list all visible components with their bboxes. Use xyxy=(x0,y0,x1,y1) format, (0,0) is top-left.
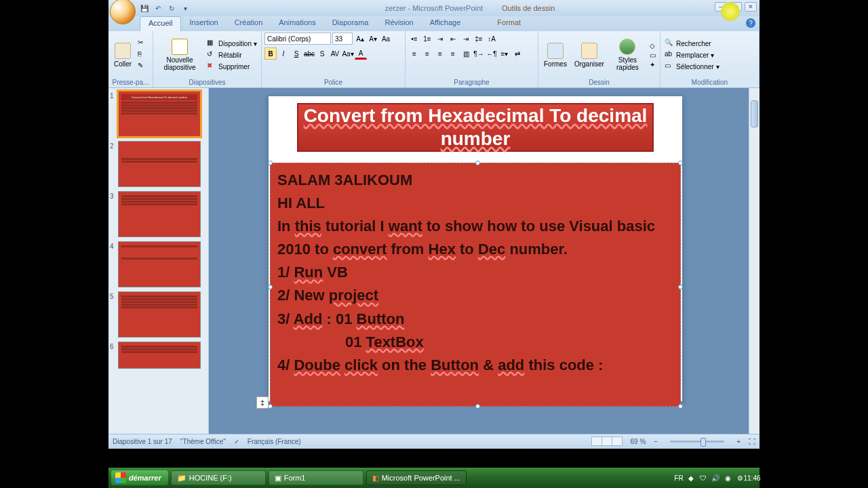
close-button[interactable]: ✕ xyxy=(745,2,757,12)
tray-clock[interactable]: 11:46 xyxy=(747,473,757,483)
shapes-button[interactable]: Formes xyxy=(541,41,570,69)
scroll-thumb[interactable] xyxy=(751,100,758,127)
numbering-button[interactable]: 1≡ xyxy=(421,33,433,45)
tab-affichage[interactable]: Affichage xyxy=(422,16,469,31)
help-icon[interactable]: ? xyxy=(746,18,755,28)
reset-button[interactable]: ↺Rétablir xyxy=(205,49,258,60)
shape-fill-button[interactable]: ◇ xyxy=(648,41,657,50)
grow-font-button[interactable]: A▴ xyxy=(354,33,366,45)
tab-accueil[interactable]: Accueil xyxy=(140,16,181,31)
line-spacing-button[interactable]: ‡≡ xyxy=(473,33,485,45)
qat-dropdown-icon[interactable]: ▾ xyxy=(180,3,190,13)
slide-editor[interactable]: Convert from Hexadecimal To decimal numb… xyxy=(209,88,760,434)
text-direction-button[interactable]: ↕A xyxy=(486,33,498,45)
tray-icon[interactable]: 🛡 xyxy=(698,473,708,483)
shrink-font-button[interactable]: A▾ xyxy=(367,33,379,45)
zoom-out-button[interactable]: − xyxy=(654,438,658,445)
normal-view-button[interactable] xyxy=(591,436,602,446)
taskbar-item-powerpoint[interactable]: ◧Microsoft PowerPoint ... xyxy=(366,470,467,485)
tab-creation[interactable]: Création xyxy=(226,16,271,31)
new-slide-button[interactable]: Nouvelle diapositive xyxy=(156,37,203,73)
taskbar-item-form1[interactable]: ▣Form1 xyxy=(269,470,363,485)
clear-format-button[interactable]: Aa xyxy=(380,33,392,45)
spellcheck-icon[interactable]: ✓ xyxy=(234,438,239,445)
font-color-button[interactable]: A xyxy=(355,47,367,60)
shadow-button[interactable]: S xyxy=(316,47,328,60)
slide-canvas[interactable]: Convert from Hexadecimal To decimal numb… xyxy=(269,96,682,401)
layout-button[interactable]: ▦Disposition▾ xyxy=(205,38,258,49)
slide-thumb-2[interactable] xyxy=(118,141,201,187)
increase-indent-button[interactable]: ⇥ xyxy=(460,33,472,45)
rtl-button[interactable]: ←¶ xyxy=(486,47,498,60)
selection-handle[interactable] xyxy=(678,285,683,289)
selection-handle[interactable] xyxy=(268,404,273,409)
slide-thumb-5[interactable] xyxy=(118,291,201,338)
align-center-button[interactable]: ≡ xyxy=(421,47,433,60)
arrange-button[interactable]: Organiser xyxy=(572,41,607,69)
paste-button[interactable]: Coller xyxy=(111,41,134,69)
selection-handle[interactable] xyxy=(475,404,480,409)
char-spacing-button[interactable]: AV xyxy=(329,47,341,60)
align-left-button[interactable]: ≡ xyxy=(408,47,420,60)
columns-button[interactable]: ▥ xyxy=(460,47,472,60)
content-placeholder[interactable]: SALAM 3ALIKOUM HI ALL In this tutorial I… xyxy=(270,163,681,407)
shape-outline-button[interactable]: ▭ xyxy=(648,51,657,60)
slide-thumb-6[interactable] xyxy=(118,342,201,369)
autofit-options-button[interactable]: ‡ xyxy=(256,396,269,409)
zoom-level[interactable]: 69 % xyxy=(631,438,646,445)
tab-revision[interactable]: Révision xyxy=(376,16,421,31)
sorter-view-button[interactable] xyxy=(601,436,612,446)
align-right-button[interactable]: ≡ xyxy=(434,47,446,60)
selection-handle[interactable] xyxy=(268,161,273,165)
start-button[interactable]: démarrer xyxy=(111,470,168,485)
italic-button[interactable]: I xyxy=(277,47,290,60)
shape-effects-button[interactable]: ✦ xyxy=(648,60,657,69)
copy-button[interactable]: ⎘ xyxy=(136,49,149,60)
maximize-button[interactable]: ▭ xyxy=(730,2,742,12)
redo-icon[interactable]: ↻ xyxy=(167,3,176,13)
list-level-button[interactable]: ⇥ xyxy=(434,33,446,45)
selection-handle[interactable] xyxy=(475,161,480,165)
language-status[interactable]: Français (France) xyxy=(248,438,301,445)
fit-window-button[interactable]: ⛶ xyxy=(749,438,755,445)
slide-thumb-4[interactable] xyxy=(118,241,201,287)
tray-icon[interactable]: ◆ xyxy=(686,473,696,483)
cut-button[interactable]: ✂ xyxy=(136,38,149,49)
slide-thumbnails-panel[interactable]: 1Convert from Hexadecimal To decimal num… xyxy=(108,88,209,434)
bullets-button[interactable]: •≡ xyxy=(408,33,420,45)
justify-button[interactable]: ≡ xyxy=(447,47,459,60)
selection-handle[interactable] xyxy=(268,285,273,289)
delete-slide-button[interactable]: ✖Supprimer xyxy=(205,61,258,72)
vertical-scrollbar[interactable] xyxy=(749,88,760,434)
align-text-button[interactable]: ≡▾ xyxy=(498,47,511,60)
format-painter-button[interactable]: ✎ xyxy=(136,61,149,72)
change-case-button[interactable]: Aa▾ xyxy=(342,47,354,60)
tray-icon[interactable]: ◉ xyxy=(723,473,732,483)
smartart-button[interactable]: ⇄ xyxy=(511,47,524,60)
taskbar-item-explorer[interactable]: 📁HOCINE (F:) xyxy=(171,470,266,485)
font-size-select[interactable] xyxy=(332,33,353,45)
decrease-indent-button[interactable]: ⇤ xyxy=(447,33,459,45)
tray-icon[interactable]: 🔊 xyxy=(711,473,720,483)
tab-animations[interactable]: Animations xyxy=(271,16,323,31)
zoom-slider[interactable] xyxy=(670,441,724,443)
slide-thumb-3[interactable] xyxy=(118,191,201,237)
underline-button[interactable]: S xyxy=(290,47,302,60)
title-placeholder[interactable]: Convert from Hexadecimal To decimal numb… xyxy=(297,103,654,152)
tab-diaporama[interactable]: Diaporama xyxy=(324,16,377,31)
slideshow-view-button[interactable] xyxy=(612,436,623,446)
tab-insertion[interactable]: Insertion xyxy=(181,16,226,31)
ltr-button[interactable]: ¶→ xyxy=(473,47,485,60)
undo-icon[interactable]: ↶ xyxy=(153,3,163,13)
tab-format[interactable]: Format xyxy=(489,16,529,31)
selection-handle[interactable] xyxy=(678,404,683,409)
tray-lang[interactable]: FR xyxy=(674,473,684,483)
zoom-in-button[interactable]: + xyxy=(736,438,741,445)
select-button[interactable]: ▭Sélectionner▾ xyxy=(663,61,721,72)
font-family-select[interactable] xyxy=(264,33,331,45)
quick-styles-button[interactable]: Styles rapides xyxy=(609,37,646,73)
bold-button[interactable]: B xyxy=(264,47,277,60)
slide-thumb-1[interactable]: Convert from Hexadecimal To decimal numb… xyxy=(118,91,201,137)
minimize-button[interactable]: ─ xyxy=(715,2,727,12)
replace-button[interactable]: abRemplacer▾ xyxy=(663,49,721,60)
